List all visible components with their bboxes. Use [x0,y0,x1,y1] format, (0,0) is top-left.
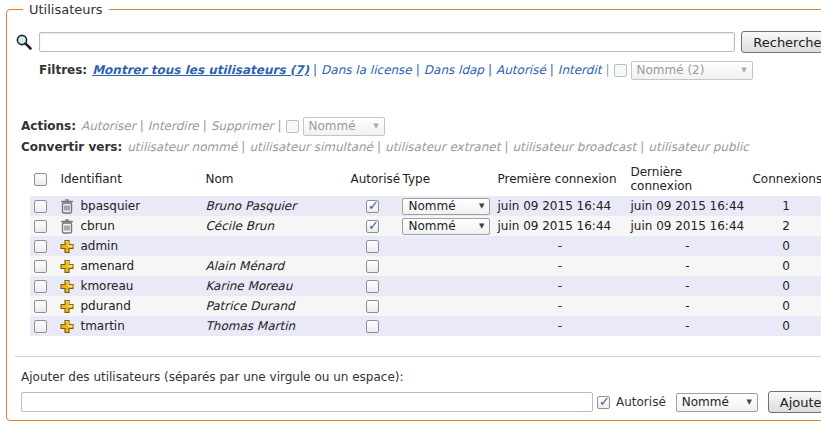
add-user-icon[interactable] [60,279,74,294]
add-user-icon[interactable] [60,259,74,274]
col-autorise: Autorisé [346,162,398,196]
delete-user-icon[interactable] [60,219,74,234]
row-last-connection: - [626,236,748,256]
row-identifiant: admin [80,239,118,253]
search-icon [15,33,33,51]
row-checkbox[interactable] [34,260,47,273]
divider [15,356,821,357]
row-connections: 0 [748,296,821,316]
row-first-connection: juin 09 2015 16:44 [493,216,626,236]
panel-title: Utilisateurs [23,2,109,17]
col-identifiant: Identifiant [56,162,201,196]
filter-link-3[interactable]: Dans ldap [424,63,484,77]
col-derniere-connexion: Dernière connexion [626,162,748,196]
row-connections: 0 [748,236,821,256]
row-checkbox[interactable] [34,240,47,253]
convert-link-3: utilisateur extranet [385,140,500,154]
row-nom: Alain Ménard [201,256,346,276]
add-authorized-label: Autorisé [616,395,666,409]
filter-link-1[interactable]: Montrer tous les utilisateurs (7) [92,63,309,77]
row-identifiant: kmoreau [80,279,133,293]
row-last-connection: juin 09 2015 16:44 [626,196,748,216]
add-users-input[interactable] [21,392,593,412]
search-button[interactable]: Rechercher [741,31,821,53]
actions-row: Actions: Autoriser|Interdire|Supprimer |… [21,116,821,136]
row-authorized-checkbox[interactable] [366,320,379,333]
table-row: admin--0 [30,236,821,256]
add-user-icon[interactable] [60,299,74,314]
row-type-select[interactable]: Nommé▼ [402,218,490,235]
table-row: cbrunCécile BrunNommé▼juin 09 2015 16:44… [30,216,821,236]
row-first-connection: - [493,236,626,256]
row-first-connection: - [493,316,626,336]
row-authorized-checkbox[interactable] [366,300,379,313]
row-authorized-checkbox[interactable] [366,260,379,273]
chevron-down-icon: ▼ [373,122,378,130]
table-header-row: Identifiant Nom Autorisé Type Première c… [30,162,821,196]
row-connections: 0 [748,256,821,276]
row-last-connection: juin 09 2015 16:44 [626,216,748,236]
row-last-connection: - [626,256,748,276]
row-identifiant: cbrun [80,219,114,233]
filter-link-5[interactable]: Interdit [558,63,602,77]
row-checkbox[interactable] [34,300,47,313]
action-links: Autoriser|Interdire|Supprimer [81,119,274,133]
delete-user-icon[interactable] [60,199,74,214]
row-last-connection: - [626,276,748,296]
filters-label: Filtres: [39,63,87,77]
col-nom: Nom [201,162,346,196]
row-nom: Bruno Pasquier [201,196,346,216]
row-authorized-checkbox[interactable] [366,240,379,253]
filter-named-checkbox [614,64,627,77]
row-nom: Karine Moreau [201,276,346,296]
add-users-label: Ajouter des utilisateurs (séparés par un… [21,370,821,386]
convert-link-5: utilisateur public [648,140,748,154]
col-connexions: Connexions [748,162,821,196]
convert-link-2: utilisateur simultané [249,140,373,154]
convert-link-4: utilisateur broadcast [512,140,636,154]
filter-link-4[interactable]: Autorisé [496,63,546,77]
add-users-row: Autorisé Nommé ▼ Ajouter [21,391,821,413]
row-nom [201,236,346,256]
add-user-icon[interactable] [60,319,74,334]
row-checkbox[interactable] [34,220,47,233]
add-type-select[interactable]: Nommé ▼ [676,393,758,412]
row-nom: Thomas Martin [201,316,346,336]
row-connections: 2 [748,216,821,236]
filter-links: Montrer tous les utilisateurs (7)|Dans l… [92,63,601,77]
chevron-down-icon: ▼ [746,398,751,406]
row-last-connection: - [626,296,748,316]
row-checkbox[interactable] [34,280,47,293]
add-user-icon[interactable] [60,239,74,254]
row-authorized-checkbox[interactable] [366,280,379,293]
select-all-checkbox[interactable] [34,173,47,186]
row-nom: Patrice Durand [201,296,346,316]
row-authorized-checkbox[interactable] [366,220,379,233]
search-input[interactable] [39,32,735,52]
row-last-connection: - [626,316,748,336]
row-first-connection: - [493,256,626,276]
table-row: tmartinThomas Martin--0 [30,316,821,336]
table-row: kmoreauKarine Moreau--0 [30,276,821,296]
row-type-select[interactable]: Nommé▼ [402,198,490,215]
row-checkbox[interactable] [34,200,47,213]
row-first-connection: juin 09 2015 16:44 [493,196,626,216]
convert-links: utilisateur nommé|utilisateur simultané|… [127,140,749,154]
convert-label: Convertir vers: [21,140,122,154]
add-authorized-checkbox[interactable] [597,396,610,409]
filter-link-2[interactable]: Dans la license [321,63,412,77]
chevron-down-icon: ▼ [479,222,484,230]
add-button[interactable]: Ajouter [768,391,821,413]
action-link-1: Autoriser [81,119,136,133]
actions-label: Actions: [21,119,76,133]
table-row: bpasquierBruno PasquierNommé▼juin 09 201… [30,196,821,216]
row-checkbox[interactable] [34,320,47,333]
action-named-select: Nommé ▼ [303,117,385,136]
users-table: Identifiant Nom Autorisé Type Première c… [30,162,821,336]
users-panel: Utilisateurs Rechercher Filtres: Montrer… [6,2,821,421]
chevron-down-icon: ▼ [741,66,746,74]
row-first-connection: - [493,276,626,296]
row-identifiant: amenard [80,259,134,273]
row-authorized-checkbox[interactable] [366,200,379,213]
action-link-2: Interdire [148,119,199,133]
